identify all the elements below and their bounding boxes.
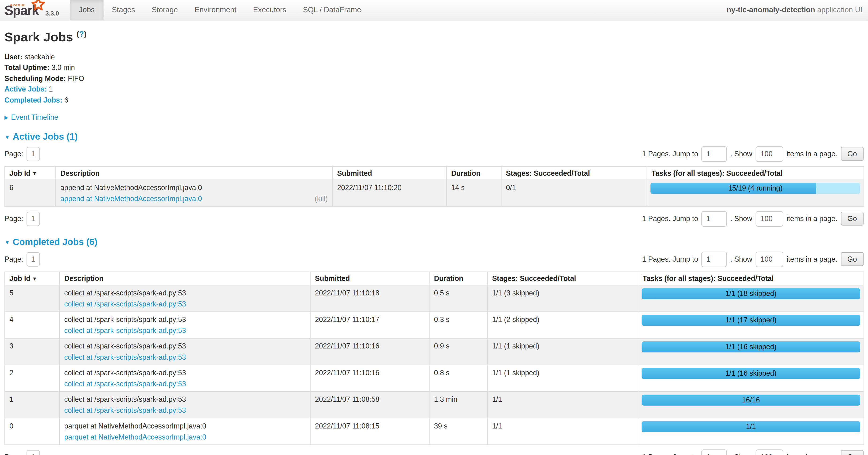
page-label: Page: (4, 453, 23, 455)
submitted-cell: 2022/11/07 11:08:15 (310, 418, 429, 445)
active-jobs-section-header[interactable]: ▼Active Jobs (1) (4, 131, 864, 142)
tasks-cell: 1/1 (18 skipped) (638, 285, 864, 311)
uptime-value: 3.0 min (52, 63, 75, 72)
description-cell: append at NativeMethodAccessorImpl.java:… (56, 180, 332, 206)
completed-jobs-link[interactable]: Completed Jobs: (4, 96, 62, 104)
tab-sql-dataframe[interactable]: SQL / DataFrame (294, 0, 370, 20)
scheduling-mode-value: FIFO (68, 74, 84, 82)
description-cell: parquet at NativeMethodAccessorImpl.java… (60, 418, 310, 445)
job-description-link[interactable]: parquet at NativeMethodAccessorImpl.java… (64, 433, 206, 441)
jump-to-page-input[interactable] (701, 146, 727, 162)
description-cell: collect at /spark-scripts/spark-ad.py:53… (60, 338, 310, 365)
items-per-page-input[interactable] (755, 211, 783, 226)
job-id-cell: 6 (5, 180, 56, 206)
tasks-progress-bar: 16/16 (642, 395, 860, 405)
items-per-page-input[interactable] (755, 146, 783, 162)
event-timeline-toggle[interactable]: ▶Event Timeline (4, 113, 864, 121)
page-number-input[interactable] (27, 147, 40, 161)
sort-desc-icon: ▼ (32, 171, 37, 176)
duration-cell: 1.3 min (429, 391, 487, 418)
tab-environment[interactable]: Environment (186, 0, 245, 20)
stages-cell: 1/1 (487, 391, 638, 418)
duration-cell: 14 s (446, 180, 501, 206)
help-link[interactable]: ? (79, 29, 84, 38)
help-open-paren: ( (76, 29, 79, 38)
col-description[interactable]: Description (60, 272, 310, 285)
items-per-page-input[interactable] (755, 251, 783, 267)
user-value: stackable (25, 53, 55, 61)
col-description[interactable]: Description (56, 166, 332, 180)
page-number-input[interactable] (27, 252, 40, 266)
job-description-text: collect at /spark-scripts/spark-ad.py:53 (64, 395, 306, 403)
job-description-link[interactable]: collect at /spark-scripts/spark-ad.py:53 (64, 326, 186, 334)
summary-completed-jobs: Completed Jobs: 6 (4, 96, 864, 104)
col-submitted[interactable]: Submitted (332, 166, 446, 180)
pages-jump-text: 1 Pages. Jump to (642, 215, 698, 223)
collapsed-arrow-icon: ▶ (4, 115, 8, 120)
go-button[interactable]: Go (841, 147, 864, 161)
tasks-progress-bar: 1/1 (642, 421, 860, 432)
tab-jobs[interactable]: Jobs (70, 0, 103, 20)
progress-label: 1/1 (18 skipped) (642, 288, 860, 299)
tasks-progress-bar: 1/1 (17 skipped) (642, 315, 860, 326)
jump-to-page-input[interactable] (701, 449, 727, 455)
go-button[interactable]: Go (841, 450, 864, 455)
duration-cell: 39 s (429, 418, 487, 445)
col-job-id[interactable]: Job Id▼ (5, 166, 56, 180)
user-label: User: (4, 53, 23, 61)
tab-storage[interactable]: Storage (144, 0, 186, 20)
go-button[interactable]: Go (841, 212, 864, 226)
items-per-page-input[interactable] (755, 449, 783, 455)
job-description-link[interactable]: collect at /spark-scripts/spark-ad.py:53 (64, 379, 186, 388)
tasks-cell: 1/1 (16 skipped) (638, 338, 864, 365)
application-name: ny-tlc-anomaly-detection application UI (727, 0, 868, 20)
col-tasks[interactable]: Tasks (for all stages): Succeeded/Total (647, 166, 864, 180)
completed-job-row: 3 collect at /spark-scripts/spark-ad.py:… (5, 338, 864, 365)
help-sup: (?) (76, 29, 87, 38)
col-tasks[interactable]: Tasks (for all stages): Succeeded/Total (638, 272, 864, 285)
jump-to-page-input[interactable] (701, 211, 727, 226)
job-id-cell: 3 (5, 338, 60, 365)
page-label: Page: (4, 215, 23, 223)
tasks-cell: 1/1 (16 skipped) (638, 365, 864, 391)
uptime-label: Total Uptime: (4, 63, 50, 72)
col-stages[interactable]: Stages: Succeeded/Total (487, 272, 638, 285)
application-name-value: ny-tlc-anomaly-detection (727, 6, 815, 14)
page-number-input[interactable] (27, 211, 40, 226)
col-duration[interactable]: Duration (446, 166, 501, 180)
go-button[interactable]: Go (841, 252, 864, 266)
job-description-link[interactable]: append at NativeMethodAccessorImpl.java:… (60, 194, 202, 202)
kill-link[interactable]: (kill) (315, 194, 328, 202)
spark-logo: APACHE Spark (4, 0, 40, 18)
page-title: Spark Jobs (?) (4, 29, 864, 45)
expanded-arrow-icon: ▼ (4, 134, 10, 140)
stages-cell: 1/1 (3 skipped) (487, 285, 638, 311)
submitted-cell: 2022/11/07 11:10:16 (310, 365, 429, 391)
pages-jump-text: 1 Pages. Jump to (642, 255, 698, 263)
col-submitted[interactable]: Submitted (310, 272, 429, 285)
job-description-text: collect at /spark-scripts/spark-ad.py:53 (64, 368, 306, 377)
tab-executors[interactable]: Executors (245, 0, 294, 20)
show-text: . Show (730, 255, 752, 263)
jump-to-page-input[interactable] (701, 251, 727, 267)
tab-stages[interactable]: Stages (103, 0, 144, 20)
job-description-link[interactable]: collect at /spark-scripts/spark-ad.py:53 (64, 300, 186, 308)
spark-brand[interactable]: APACHE Spark 3.3.0 (0, 0, 64, 20)
page-label: Page: (4, 150, 23, 158)
active-job-row: 6 append at NativeMethodAccessorImpl.jav… (5, 180, 864, 206)
completed-jobs-pagination-top: Page: 1 Pages. Jump to . Show items in a… (4, 251, 864, 267)
active-jobs-link[interactable]: Active Jobs: (4, 85, 47, 93)
tasks-cell: 15/19 (4 running) (647, 180, 864, 206)
page-number-input[interactable] (27, 450, 40, 455)
stages-cell: 1/1 (487, 418, 638, 445)
active-jobs-header-row: Job Id▼ Description Submitted Duration S… (5, 166, 864, 180)
job-description-link[interactable]: collect at /spark-scripts/spark-ad.py:53 (64, 353, 186, 361)
spark-version: 3.3.0 (45, 10, 59, 18)
tasks-progress-bar: 1/1 (16 skipped) (642, 341, 860, 352)
col-job-id[interactable]: Job Id▼ (5, 272, 60, 285)
job-id-cell: 0 (5, 418, 60, 445)
col-duration[interactable]: Duration (429, 272, 487, 285)
job-description-link[interactable]: collect at /spark-scripts/spark-ad.py:53 (64, 406, 186, 414)
col-stages[interactable]: Stages: Succeeded/Total (501, 166, 647, 180)
completed-jobs-section-header[interactable]: ▼Completed Jobs (6) (4, 236, 864, 247)
